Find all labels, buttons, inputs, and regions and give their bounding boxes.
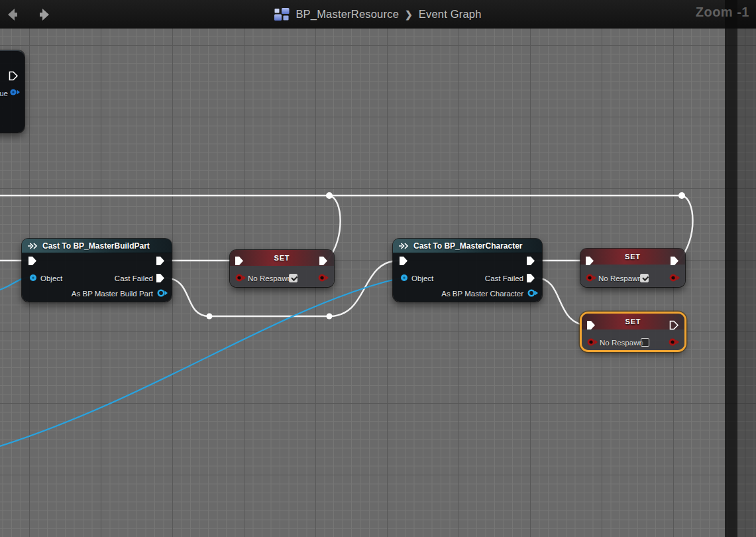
vertical-scrollbar[interactable] bbox=[725, 0, 737, 537]
exec-out-pin[interactable] bbox=[319, 256, 330, 266]
pin-label-as-character: As BP Master Character bbox=[441, 289, 523, 298]
no-respawn-in-pin[interactable] bbox=[586, 273, 597, 283]
exec-out-pin[interactable] bbox=[526, 256, 537, 266]
exec-out-pin[interactable] bbox=[156, 256, 167, 266]
object-in-pin[interactable] bbox=[399, 273, 410, 283]
reroute-node[interactable] bbox=[327, 314, 333, 320]
node-title: Cast To BP_MasterCharacter bbox=[413, 241, 523, 251]
node-partial-offscreen[interactable]: ue bbox=[0, 50, 25, 133]
reroute-node[interactable] bbox=[207, 314, 213, 320]
no-respawn-in-pin[interactable] bbox=[587, 337, 598, 347]
node-cast-to-bp-mastercharacter[interactable]: Cast To BP_MasterCharacter Object Cast F… bbox=[393, 239, 542, 302]
graph-right-edge bbox=[737, 0, 756, 537]
cast-icon bbox=[28, 243, 38, 249]
pin-label-cast-failed: Cast Failed bbox=[115, 274, 153, 283]
exec-in-pin[interactable] bbox=[586, 320, 598, 330]
object-out-pin[interactable] bbox=[9, 88, 21, 97]
wire-exec-castfailed1-down[interactable] bbox=[166, 278, 209, 316]
node-title: Cast To BP_MasterBuildPart bbox=[42, 241, 150, 251]
cast-failed-exec-pin[interactable] bbox=[156, 273, 167, 283]
pin-label-object: Object bbox=[40, 274, 62, 283]
no-respawn-checkbox[interactable] bbox=[640, 274, 649, 282]
pin-label-no-respawn: No Respawn bbox=[600, 338, 643, 347]
as-character-pin[interactable] bbox=[527, 288, 539, 298]
breadcrumb-blueprint-name[interactable]: BP_MasterResource bbox=[296, 8, 399, 21]
pin-label-as-build-part: As BP Master Build Part bbox=[72, 289, 153, 298]
back-button[interactable] bbox=[5, 7, 23, 23]
wire-data-object2[interactable] bbox=[0, 278, 402, 446]
zoom-indicator: Zoom -1 bbox=[696, 5, 749, 20]
pin-label-return-value: ue bbox=[0, 89, 8, 98]
node-title: SET bbox=[625, 253, 641, 261]
exec-out-pin[interactable] bbox=[669, 320, 680, 330]
back-arrow-icon bbox=[6, 7, 22, 22]
exec-in-pin[interactable] bbox=[235, 256, 246, 266]
no-respawn-out-pin[interactable] bbox=[669, 273, 680, 283]
as-build-part-pin[interactable] bbox=[157, 288, 168, 298]
exec-in-pin[interactable] bbox=[585, 256, 596, 266]
breadcrumb-chevron-icon: ❯ bbox=[405, 9, 413, 20]
no-respawn-checkbox[interactable] bbox=[289, 274, 297, 282]
graph-title-bar: BP_MasterResource ❯ Event Graph bbox=[0, 0, 756, 29]
blueprint-editor: ue Cast To BP_MasterBuildPart Object Cas… bbox=[0, 0, 756, 537]
cast-icon bbox=[399, 243, 409, 249]
object-in-pin[interactable] bbox=[28, 273, 39, 283]
pin-label-no-respawn: No Respawn bbox=[598, 274, 642, 283]
no-respawn-out-pin[interactable] bbox=[669, 337, 680, 347]
forward-arrow-icon bbox=[35, 7, 51, 22]
reroute-node[interactable] bbox=[678, 192, 685, 199]
node-set-no-respawn-3-selected[interactable]: SET No Respawn bbox=[582, 314, 684, 350]
forward-button[interactable] bbox=[34, 7, 52, 23]
node-set-no-respawn-2[interactable]: SET No Respawn bbox=[580, 249, 685, 287]
node-title: SET bbox=[625, 318, 641, 326]
exec-out-pin[interactable] bbox=[670, 256, 681, 266]
blueprint-icon bbox=[274, 8, 290, 21]
node-set-no-respawn-1[interactable]: SET No Respawn bbox=[230, 250, 334, 287]
breadcrumb: BP_MasterResource ❯ Event Graph bbox=[274, 8, 481, 21]
no-respawn-out-pin[interactable] bbox=[318, 273, 329, 283]
no-respawn-in-pin[interactable] bbox=[235, 273, 246, 283]
pin-label-cast-failed: Cast Failed bbox=[485, 274, 523, 283]
exec-in-pin[interactable] bbox=[399, 256, 410, 266]
node-cast-to-bp-masterbuildpart[interactable]: Cast To BP_MasterBuildPart Object Cast F… bbox=[22, 239, 172, 302]
node-header: Cast To BP_MasterBuildPart bbox=[22, 239, 172, 253]
no-respawn-checkbox[interactable] bbox=[641, 338, 649, 347]
reroute-node[interactable] bbox=[326, 192, 333, 199]
cast-failed-exec-pin[interactable] bbox=[526, 273, 537, 283]
pin-label-no-respawn: No Respawn bbox=[248, 274, 292, 283]
breadcrumb-section[interactable]: Event Graph bbox=[419, 8, 482, 21]
exec-in-pin[interactable] bbox=[28, 256, 39, 266]
node-header: Cast To BP_MasterCharacter bbox=[393, 239, 542, 253]
exec-out-pin[interactable] bbox=[9, 71, 20, 81]
pin-label-object: Object bbox=[411, 274, 433, 283]
node-title: SET bbox=[274, 254, 290, 262]
